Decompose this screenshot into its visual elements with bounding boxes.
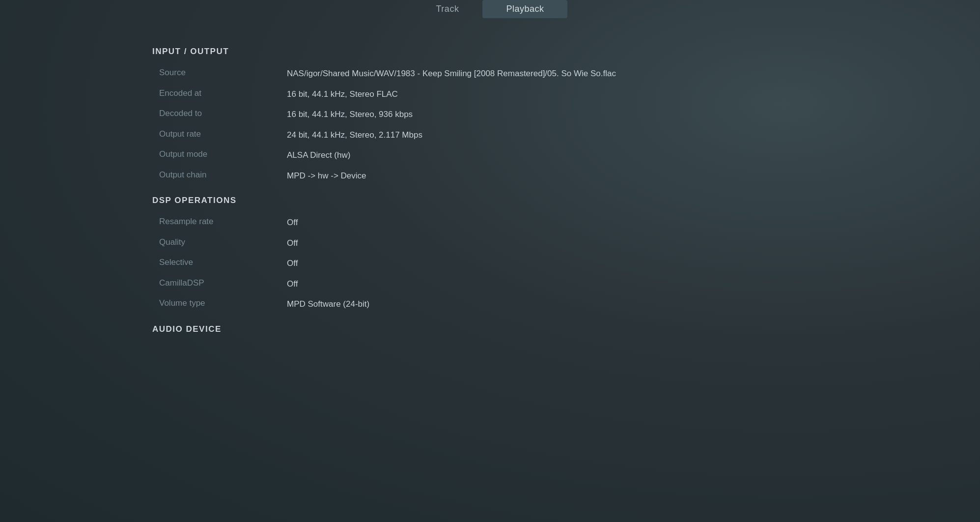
output-chain-row: Output chain MPD -> hw -> Device <box>152 170 980 182</box>
camilla-dsp-row: CamillaDSP Off <box>152 278 980 290</box>
encoded-at-row: Encoded at 16 bit, 44.1 kHz, Stereo FLAC <box>152 88 980 101</box>
main-content: INPUT / OUTPUT Source NAS/igor/Shared Mu… <box>0 33 980 334</box>
output-rate-row: Output rate 24 bit, 44.1 kHz, Stereo, 2.… <box>152 129 980 142</box>
selective-row: Selective Off <box>152 257 980 270</box>
source-label: Source <box>159 67 287 78</box>
volume-type-value: MPD Software (24-bit) <box>287 298 369 311</box>
decoded-to-row: Decoded to 16 bit, 44.1 kHz, Stereo, 936… <box>152 108 980 121</box>
audio-device-header: AUDIO DEVICE <box>152 324 980 334</box>
tab-playback[interactable]: Playback <box>482 0 567 18</box>
output-chain-value: MPD -> hw -> Device <box>287 170 366 182</box>
output-mode-label: Output mode <box>159 149 287 159</box>
tab-bar: Track Playback <box>0 0 980 18</box>
resample-rate-row: Resample rate Off <box>152 216 980 229</box>
quality-label: Quality <box>159 237 287 247</box>
volume-type-row: Volume type MPD Software (24-bit) <box>152 298 980 311</box>
volume-type-label: Volume type <box>159 298 287 308</box>
camilla-dsp-label: CamillaDSP <box>159 278 287 288</box>
quality-value: Off <box>287 237 298 250</box>
selective-value: Off <box>287 257 298 270</box>
decoded-to-value: 16 bit, 44.1 kHz, Stereo, 936 kbps <box>287 108 413 121</box>
input-output-header: INPUT / OUTPUT <box>152 47 980 57</box>
resample-rate-value: Off <box>287 216 298 229</box>
selective-label: Selective <box>159 257 287 267</box>
source-value: NAS/igor/Shared Music/WAV/1983 - Keep Sm… <box>287 67 616 80</box>
tab-track[interactable]: Track <box>413 0 483 18</box>
encoded-at-label: Encoded at <box>159 88 287 98</box>
output-mode-value: ALSA Direct (hw) <box>287 149 350 162</box>
output-rate-label: Output rate <box>159 129 287 139</box>
decoded-to-label: Decoded to <box>159 108 287 118</box>
dsp-operations-header: DSP OPERATIONS <box>152 196 980 205</box>
output-rate-value: 24 bit, 44.1 kHz, Stereo, 2.117 Mbps <box>287 129 422 142</box>
output-mode-row: Output mode ALSA Direct (hw) <box>152 149 980 162</box>
output-chain-label: Output chain <box>159 170 287 180</box>
encoded-at-value: 16 bit, 44.1 kHz, Stereo FLAC <box>287 88 398 101</box>
resample-rate-label: Resample rate <box>159 216 287 227</box>
camilla-dsp-value: Off <box>287 278 298 290</box>
quality-row: Quality Off <box>152 237 980 250</box>
source-row: Source NAS/igor/Shared Music/WAV/1983 - … <box>152 67 980 80</box>
